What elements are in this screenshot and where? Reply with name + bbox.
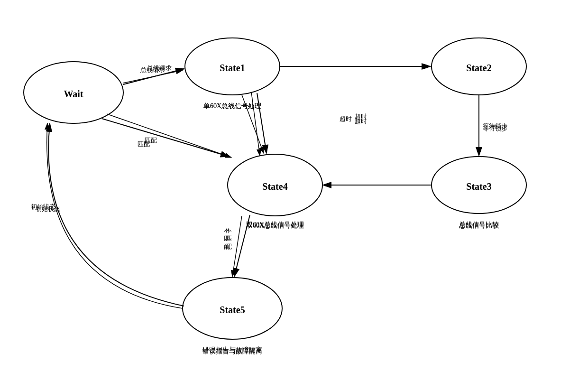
arrow-wait-state1 (123, 70, 183, 83)
desc-state5: 错误报告与故障隔离 (202, 346, 262, 353)
wait-label: Wait (64, 89, 83, 99)
state5-label: State5 (220, 305, 245, 315)
trans-state4-state5-not-match3: 配 (226, 243, 232, 250)
desc-state1: 单60X总线信号处理 (203, 102, 261, 110)
arrow-wait-state4 (107, 114, 231, 158)
trans-state4-state5-not-match: 不 (226, 227, 232, 234)
trans-state5-wait: 初始状态 (36, 205, 60, 213)
trans-timeout: 超时 (355, 113, 367, 120)
state1-label: State1 (220, 63, 245, 73)
desc-state3: 总线信号比较 (459, 221, 499, 228)
arrow-state5-wait (47, 123, 183, 308)
desc-state4: 双60X总线信号处理 (246, 221, 304, 228)
arrow-state4-state5 (232, 216, 242, 277)
trans-state4-state5-not-match2: 匹 (226, 235, 232, 242)
state3-label: State3 (466, 181, 491, 192)
trans-state2-state3: 等待锁步 (483, 125, 507, 132)
state2-label: State2 (466, 63, 491, 73)
trans-wait-state4: 匹配 (145, 137, 157, 144)
state4-label: State4 (262, 181, 287, 192)
trans-wait-state1: 总线请求 (147, 65, 172, 72)
